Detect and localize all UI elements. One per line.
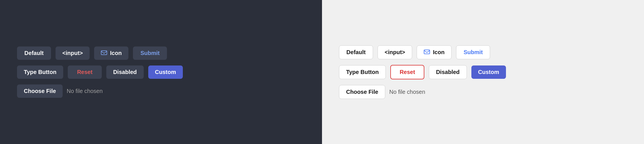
dark-submit-button[interactable]: Submit: [133, 46, 167, 60]
light-type-button[interactable]: Type Button: [339, 65, 386, 79]
dark-disabled-button[interactable]: Disabled: [106, 65, 143, 79]
svg-rect-0: [101, 51, 107, 55]
dark-choose-file-button[interactable]: Choose File: [17, 84, 63, 98]
light-no-file-text: No file chosen: [389, 89, 425, 95]
dark-icon-button[interactable]: Icon: [94, 46, 128, 60]
dark-type-button[interactable]: Type Button: [17, 65, 63, 79]
light-disabled-button[interactable]: Disabled: [429, 65, 467, 79]
dark-row-3: Choose File No file chosen: [17, 84, 103, 98]
light-row-3: Choose File No file chosen: [339, 85, 425, 99]
dark-row-2: Type Button Reset Disabled Custom: [17, 65, 183, 79]
light-icon-button[interactable]: Icon: [417, 45, 452, 59]
light-submit-button[interactable]: Submit: [456, 45, 490, 59]
svg-rect-1: [424, 50, 430, 54]
dark-row-1: Default <input> Icon Submit: [17, 46, 167, 60]
light-input-button[interactable]: <input>: [378, 45, 412, 59]
dark-custom-button[interactable]: Custom: [148, 65, 183, 79]
envelope-icon: [101, 50, 107, 56]
light-row-2: Type Button Reset Disabled Custom: [339, 65, 506, 79]
light-choose-file-button[interactable]: Choose File: [339, 85, 385, 99]
light-row-1: Default <input> Icon Submit: [339, 45, 490, 59]
light-icon-button-label: Icon: [433, 49, 444, 56]
light-default-button[interactable]: Default: [339, 45, 373, 59]
envelope-icon-light: [424, 49, 430, 56]
light-panel: Default <input> Icon Submit Type Button …: [322, 0, 644, 144]
dark-input-button[interactable]: <input>: [56, 46, 90, 60]
light-custom-button[interactable]: Custom: [471, 65, 506, 79]
dark-default-button[interactable]: Default: [17, 46, 51, 60]
dark-reset-button[interactable]: Reset: [68, 65, 102, 79]
dark-no-file-text: No file chosen: [67, 88, 103, 94]
dark-icon-button-label: Icon: [110, 50, 122, 56]
light-reset-button[interactable]: Reset: [390, 65, 424, 79]
dark-panel: Default <input> Icon Submit Type Button …: [0, 0, 322, 144]
